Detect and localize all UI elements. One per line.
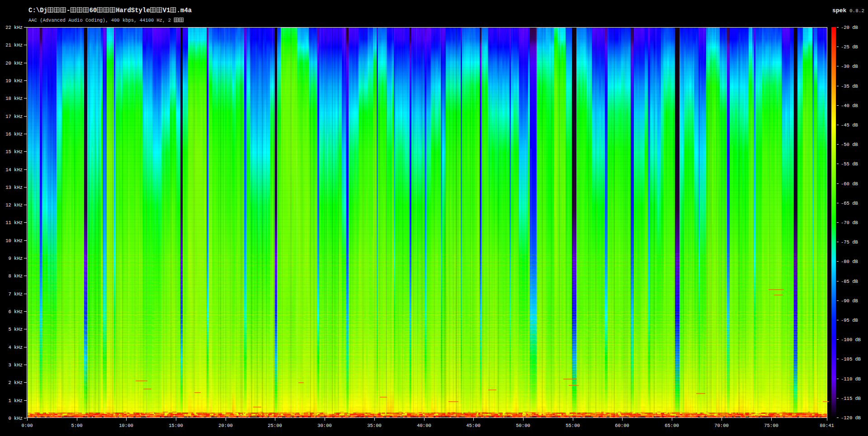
svg-text:17 kHz: 17 kHz <box>5 114 23 119</box>
svg-text:25:00: 25:00 <box>268 423 282 428</box>
svg-text:-80 dB: -80 dB <box>841 259 858 264</box>
svg-text:13 kHz: 13 kHz <box>5 185 23 190</box>
svg-text:35:00: 35:00 <box>367 423 382 428</box>
svg-text:10 kHz: 10 kHz <box>5 238 23 244</box>
svg-text:5 kHz: 5 kHz <box>8 327 23 332</box>
svg-text:-25 dB: -25 dB <box>841 44 858 50</box>
svg-text:18 kHz: 18 kHz <box>5 96 23 101</box>
svg-text:9 kHz: 9 kHz <box>8 256 23 261</box>
svg-text:8 kHz: 8 kHz <box>8 273 23 279</box>
svg-text:0 kHz: 0 kHz <box>8 416 23 421</box>
svg-text:20:00: 20:00 <box>218 423 233 428</box>
svg-text:-35 dB: -35 dB <box>841 84 858 89</box>
svg-text:-120 dB: -120 dB <box>841 415 861 421</box>
svg-text:21 kHz: 21 kHz <box>5 42 23 48</box>
svg-text:75:00: 75:00 <box>764 423 778 428</box>
svg-text:50:00: 50:00 <box>516 423 530 428</box>
svg-text:-85 dB: -85 dB <box>841 279 858 284</box>
svg-text:.m4a: .m4a <box>177 7 192 14</box>
svg-text:30:00: 30:00 <box>317 423 332 428</box>
svg-text:60: 60 <box>89 7 97 14</box>
svg-text:-105 dB: -105 dB <box>841 356 861 362</box>
svg-text:45:00: 45:00 <box>466 423 481 428</box>
svg-text:-45 dB: -45 dB <box>841 122 858 128</box>
svg-text:-115 dB: -115 dB <box>841 396 861 401</box>
svg-text:60:00: 60:00 <box>615 423 629 428</box>
svg-text:0.8.2: 0.8.2 <box>849 8 864 14</box>
svg-text:0:00: 0:00 <box>21 423 33 428</box>
svg-text:-70 dB: -70 dB <box>841 220 858 225</box>
svg-text:70:00: 70:00 <box>714 423 729 428</box>
svg-text:HardStyle: HardStyle <box>116 7 150 14</box>
svg-text:V1: V1 <box>163 7 170 14</box>
svg-text:spek: spek <box>832 7 846 14</box>
svg-text:55:00: 55:00 <box>566 423 580 428</box>
svg-text:16 kHz: 16 kHz <box>5 131 23 137</box>
svg-text:-50 dB: -50 dB <box>841 142 858 147</box>
svg-text:10:00: 10:00 <box>119 423 133 428</box>
svg-text:-100 dB: -100 dB <box>841 337 861 342</box>
svg-text:14 kHz: 14 kHz <box>5 167 23 173</box>
svg-text:15:00: 15:00 <box>169 423 183 428</box>
svg-text:1 kHz: 1 kHz <box>8 398 23 403</box>
svg-text:20 kHz: 20 kHz <box>5 61 23 66</box>
svg-text:AAC (Advanced Audio Coding), 4: AAC (Advanced Audio Coding), 400 kbps, 4… <box>28 18 171 23</box>
svg-text:-95 dB: -95 dB <box>841 318 858 323</box>
svg-text:2 kHz: 2 kHz <box>8 380 23 385</box>
svg-text:-: - <box>66 7 70 14</box>
svg-text:11 kHz: 11 kHz <box>5 220 23 225</box>
svg-text:-60 dB: -60 dB <box>841 181 858 187</box>
svg-text:7 kHz: 7 kHz <box>8 291 23 297</box>
svg-text:-65 dB: -65 dB <box>841 201 858 206</box>
svg-text:4 kHz: 4 kHz <box>8 345 23 350</box>
svg-text:19 kHz: 19 kHz <box>5 78 23 84</box>
svg-text:40:00: 40:00 <box>417 423 431 428</box>
svg-text:-110 dB: -110 dB <box>841 376 861 382</box>
svg-text:-40 dB: -40 dB <box>841 103 858 108</box>
svg-text:C:\Dj: C:\Dj <box>28 7 47 14</box>
svg-text:-20 dB: -20 dB <box>841 25 858 30</box>
svg-text:-55 dB: -55 dB <box>841 161 858 167</box>
svg-text:12 kHz: 12 kHz <box>5 202 23 208</box>
svg-text:-75 dB: -75 dB <box>841 239 858 245</box>
svg-text:15 kHz: 15 kHz <box>5 149 23 155</box>
svg-text:5:00: 5:00 <box>71 423 82 428</box>
svg-text:22 kHz: 22 kHz <box>5 25 23 30</box>
svg-text:6 kHz: 6 kHz <box>8 309 23 314</box>
svg-text:80:41: 80:41 <box>820 423 834 428</box>
svg-text:3 kHz: 3 kHz <box>8 362 23 368</box>
svg-text:-90 dB: -90 dB <box>841 298 858 304</box>
svg-text:-30 dB: -30 dB <box>841 64 858 69</box>
svg-text:65:00: 65:00 <box>665 423 679 428</box>
